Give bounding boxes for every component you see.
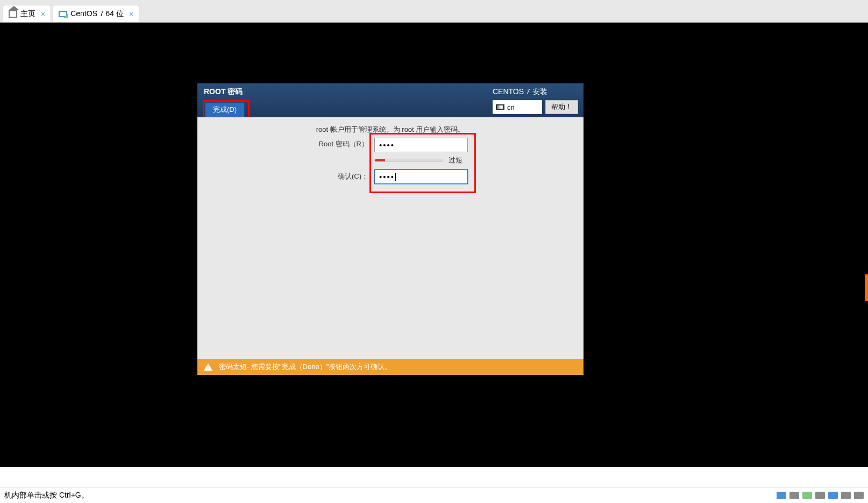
installer-window: ROOT 密码 完成(D) CENTOS 7 安装 cn 帮助！ root 帐户…: [197, 83, 584, 375]
confirm-password-label: 确认(C)：: [316, 172, 368, 181]
tab-vm[interactable]: CentOS 7 64 位 ×: [53, 5, 139, 22]
warning-icon: [204, 363, 212, 371]
install-title: CENTOS 7 安装: [493, 87, 578, 97]
status-bar: 机内部单击或按 Ctrl+G。: [0, 487, 868, 503]
password-strength-label: 过短: [449, 155, 463, 165]
tray-icon[interactable]: [841, 492, 851, 499]
confirm-password-input[interactable]: ••••: [374, 169, 468, 184]
page-title: ROOT 密码: [203, 87, 250, 97]
password-strength-bar: [374, 159, 443, 162]
tab-home[interactable]: 主页 ×: [3, 5, 51, 22]
installer-body: root 帐户用于管理系统。为 root 用户输入密码。 Root 密码（R） …: [197, 117, 584, 359]
status-hint: 机内部单击或按 Ctrl+G。: [4, 491, 89, 500]
vm-icon: [59, 11, 67, 17]
tray-icon[interactable]: [815, 492, 825, 499]
language-code: cn: [507, 103, 515, 111]
help-button[interactable]: 帮助！: [545, 100, 578, 114]
root-password-label: Root 密码（R）: [316, 139, 368, 149]
close-icon[interactable]: ×: [129, 10, 133, 18]
installer-header: ROOT 密码 完成(D) CENTOS 7 安装 cn 帮助！: [197, 83, 584, 117]
form-labels: Root 密码（R） 确认(C)：: [316, 139, 368, 181]
tray-icon[interactable]: [854, 492, 864, 499]
close-icon[interactable]: ×: [41, 10, 45, 18]
home-icon: [9, 10, 17, 18]
vm-screen[interactable]: ROOT 密码 完成(D) CENTOS 7 安装 cn 帮助！ root 帐户…: [0, 23, 868, 467]
warning-text: 密码太短- 您需要按"完成（Done）"按钮两次方可确认。: [219, 362, 392, 372]
language-indicator[interactable]: cn: [493, 100, 542, 114]
tab-vm-label: CentOS 7 64 位: [70, 9, 124, 19]
root-password-input[interactable]: ••••: [374, 138, 468, 152]
done-button[interactable]: 完成(D): [205, 102, 245, 117]
keyboard-icon: [496, 104, 504, 110]
tab-bar: 主页 × CentOS 7 64 位 ×: [0, 0, 868, 23]
system-tray: [777, 492, 864, 499]
warning-bar: 密码太短- 您需要按"完成（Done）"按钮两次方可确认。: [197, 359, 584, 375]
password-highlight-box: •••• 过短 ••••: [369, 133, 476, 193]
tray-icon[interactable]: [802, 492, 812, 499]
tab-home-label: 主页: [20, 9, 35, 19]
tray-icon[interactable]: [789, 492, 799, 499]
side-handle[interactable]: [865, 274, 868, 301]
tray-icon[interactable]: [777, 492, 786, 499]
tray-icon[interactable]: [828, 492, 838, 499]
